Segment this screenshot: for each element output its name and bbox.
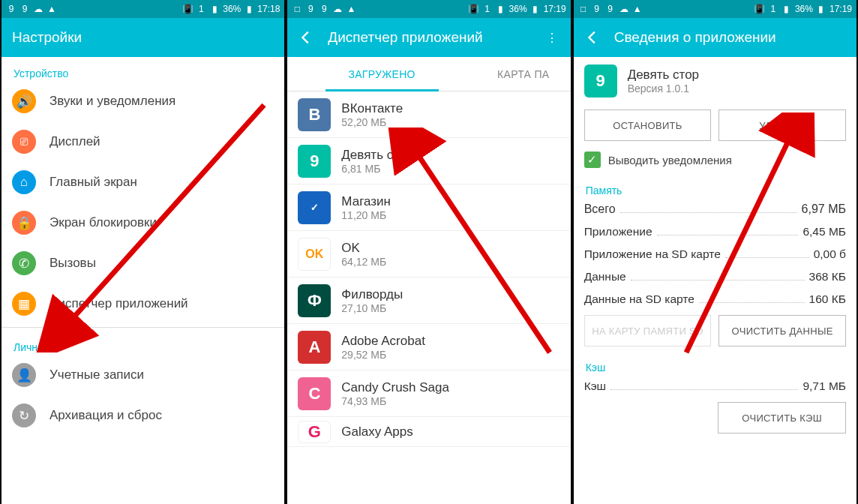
app-info-header: 9 Девять стор Версия 1.0.1 (574, 57, 856, 105)
memory-row-total: Всего6,97 МБ (574, 198, 856, 220)
cache-row: Кэш9,71 МБ (574, 375, 856, 398)
app-item-nine-store[interactable]: 9 Девять стор 6,81 МБ (287, 138, 570, 184)
section-header-cache: Кэш (574, 351, 856, 375)
app-item-acrobat[interactable]: A Adobe Acrobat 29,52 МБ (287, 324, 570, 370)
settings-item-lockscreen[interactable]: 🔒 Экран блокировки (2, 202, 284, 243)
phone-icon: ✆ (12, 251, 36, 275)
tab-downloaded[interactable]: ЗАГРУЖЕНО (287, 57, 476, 91)
overflow-menu-icon[interactable]: ⋮ (544, 29, 560, 46)
delete-button[interactable]: УДАЛИТЬ (718, 110, 846, 141)
warning-icon: ▲ (46, 4, 57, 14)
notif-icon: 9 (6, 4, 16, 14)
app-name: Девять стор (628, 68, 699, 82)
button-row: ОСТАНОВИТЬ УДАЛИТЬ (574, 105, 856, 146)
divider (2, 327, 284, 328)
nine-store-icon: 9 (298, 145, 331, 178)
cloud-icon: ☁ (619, 4, 629, 14)
warning-icon: ▲ (346, 4, 356, 14)
nine-store-icon: 9 (584, 64, 617, 98)
settings-item-backup[interactable]: ↻ Архивация и сброс (2, 395, 284, 436)
settings-label: Учетные записи (50, 368, 144, 382)
settings-item-display[interactable]: ⎚ Дисплей (2, 122, 284, 162)
checkbox-checked-icon: ✓ (584, 152, 601, 168)
clear-cache-button[interactable]: ОЧИСТИТЬ КЭШ (718, 402, 846, 434)
settings-item-calls[interactable]: ✆ Вызовы (2, 243, 284, 284)
screen-app-info: □ 9 9 ☁ ▲ 📳 1 ▮ 36% ▮ 17:19 Сведения о п… (572, 0, 858, 504)
memory-row-data: Данные368 КБ (574, 266, 856, 288)
settings-label: Экран блокировки (50, 215, 157, 230)
app-name: Adobe Acrobat (341, 334, 425, 349)
galaxy-apps-icon: G (298, 421, 331, 443)
notif-icon: 9 (592, 4, 602, 14)
display-icon: ⎚ (12, 130, 36, 154)
settings-label: Главный экран (50, 175, 137, 190)
app-item-candy-crush[interactable]: C Candy Crush Saga 74,93 МБ (287, 370, 570, 417)
section-header-personal: Личное (2, 331, 284, 355)
memory-row-app-sd: Приложение на SD карте0,00 б (574, 243, 856, 266)
button-row-2: НА КАРТУ ПАМЯТИ SD ОЧИСТИТЬ ДАННЫЕ (574, 310, 856, 351)
settings-label: Дисплей (50, 134, 100, 149)
back-icon[interactable] (298, 29, 314, 46)
section-header-device: Устройство (2, 57, 284, 81)
cloud-icon: ☁ (332, 4, 343, 14)
screen-app-manager: □ 9 9 ☁ ▲ 📳 1 ▮ 36% ▮ 17:19 Диспетчер пр… (286, 0, 572, 504)
samsung-store-icon: ✓ (298, 191, 331, 224)
notif-icon: 9 (305, 4, 316, 14)
app-size: 52,20 МБ (341, 116, 403, 128)
vibrate-icon: 📳 (182, 4, 193, 14)
settings-item-app-manager[interactable]: ▦ Диспетчер приложений (2, 284, 284, 324)
app-size: 29,52 МБ (341, 349, 425, 361)
notif-icon: □ (578, 4, 589, 14)
cloud-icon: ☁ (33, 4, 44, 14)
app-item-store[interactable]: ✓ Магазин 11,20 МБ (287, 184, 570, 231)
vibrate-icon: 📳 (469, 4, 479, 14)
candy-crush-icon: C (298, 377, 331, 410)
volume-icon: 🔊 (12, 89, 36, 113)
notif-icon: 9 (20, 4, 30, 14)
app-name: Девять стор (341, 148, 412, 163)
app-item-vk[interactable]: B ВКонтакте 52,20 МБ (287, 92, 570, 138)
settings-item-accounts[interactable]: 👤 Учетные записи (2, 355, 284, 395)
ok-icon: OK (298, 238, 331, 271)
status-bar: 9 9 ☁ ▲ 📳 1 ▮ 36% ▮ 17:18 (2, 0, 284, 18)
app-size: 74,93 МБ (341, 395, 449, 407)
signal-icon: ▮ (209, 4, 220, 14)
battery-pct: 36% (223, 4, 241, 14)
battery-icon: ▮ (530, 4, 541, 14)
apps-icon: ▦ (12, 292, 36, 316)
app-size: 27,10 МБ (341, 302, 403, 314)
app-size: 6,81 МБ (341, 163, 412, 175)
app-size: 64,12 МБ (341, 256, 386, 268)
sim-icon: 1 (482, 4, 493, 14)
page-title: Настройки (12, 29, 274, 46)
memory-row-app: Приложение6,45 МБ (574, 220, 856, 243)
battery-icon: ▮ (816, 4, 826, 14)
warning-icon: ▲ (632, 4, 643, 14)
move-to-sd-button: НА КАРТУ ПАМЯТИ SD (584, 315, 712, 346)
tabs: ЗАГРУЖЕНО КАРТА ПА (287, 57, 570, 92)
app-name: ВКонтакте (341, 101, 403, 116)
clear-data-button[interactable]: ОЧИСТИТЬ ДАННЫЕ (718, 315, 846, 346)
app-item-ok[interactable]: OK OK 64,12 МБ (287, 231, 570, 278)
settings-item-home[interactable]: ⌂ Главный экран (2, 162, 284, 202)
settings-label: Звуки и уведомления (50, 94, 176, 109)
filwords-icon: Ф (298, 284, 331, 317)
app-item-filwords[interactable]: Ф Филворды 27,10 МБ (287, 278, 570, 324)
settings-item-sounds[interactable]: 🔊 Звуки и уведомления (2, 81, 284, 122)
backup-icon: ↻ (12, 404, 36, 428)
stop-button[interactable]: ОСТАНОВИТЬ (584, 110, 712, 141)
checkbox-label: Выводить уведомления (608, 154, 732, 166)
battery-pct: 36% (795, 4, 813, 14)
lock-icon: 🔒 (12, 211, 36, 235)
back-icon[interactable] (584, 29, 601, 46)
app-name: Магазин (341, 194, 391, 209)
status-bar: □ 9 9 ☁ ▲ 📳 1 ▮ 36% ▮ 17:19 (287, 0, 570, 18)
action-bar: Настройки (2, 18, 284, 57)
screen-settings: 9 9 ☁ ▲ 📳 1 ▮ 36% ▮ 17:18 Настройки Устр… (0, 0, 286, 504)
notifications-checkbox-row[interactable]: ✓ Выводить уведомления (574, 146, 856, 174)
accounts-icon: 👤 (12, 363, 36, 387)
app-item-galaxy-apps[interactable]: G Galaxy Apps (287, 417, 570, 447)
section-header-memory: Память (574, 174, 856, 198)
action-bar: Сведения о приложении (574, 18, 856, 57)
tab-sdcard[interactable]: КАРТА ПА (476, 57, 571, 91)
